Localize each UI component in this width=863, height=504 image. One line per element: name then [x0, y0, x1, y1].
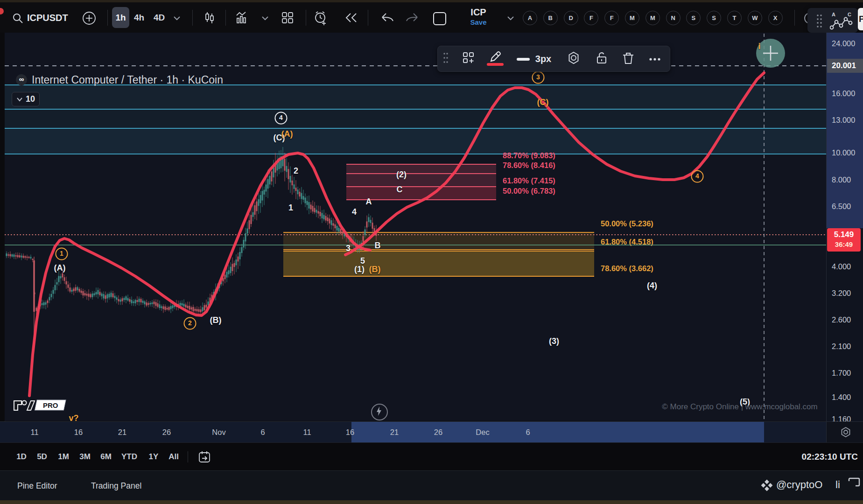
wave-label[interactable]: 3 [532, 71, 545, 84]
indicators-chevron-icon[interactable] [261, 15, 269, 21]
time-axis[interactable]: 11162126Nov611162126Dec6 [0, 421, 826, 442]
cursor-tool-overlay: A C [807, 8, 858, 33]
save-layout-button[interactable]: ICP Save [462, 7, 495, 26]
range-1D[interactable]: 1D [16, 452, 27, 462]
quick-symbol-X-12[interactable]: X [768, 11, 783, 25]
quick-symbol-T-10[interactable]: T [727, 11, 742, 25]
wave-label[interactable]: 4 [691, 170, 704, 183]
layout-grid-icon[interactable] [281, 11, 294, 24]
countdown: 36:49 [827, 240, 861, 248]
wave-pattern-icon[interactable] [830, 16, 854, 30]
range-All[interactable]: All [168, 452, 179, 462]
wave-label[interactable]: (3) [549, 336, 559, 346]
chart-pane[interactable]: 88.70% (9.083)78.60% (8.416)61.80% (7.41… [5, 33, 826, 421]
quick-symbol-S-8[interactable]: S [686, 11, 701, 25]
publish-button-partial[interactable]: P [858, 8, 863, 30]
wave-label[interactable]: (2) [396, 170, 407, 180]
line-width-label[interactable]: 3px [535, 54, 551, 64]
quick-symbol-B-1[interactable]: B [543, 11, 558, 25]
quick-symbol-N-7[interactable]: N [666, 11, 681, 25]
clock-utc[interactable]: 02:23:10 UTC [802, 452, 858, 462]
wave-label[interactable]: B [375, 241, 381, 251]
wave-label[interactable]: v? [69, 413, 78, 421]
axis-settings-corner[interactable] [826, 421, 863, 442]
range-1M[interactable]: 1M [58, 452, 69, 462]
undo-icon[interactable] [380, 13, 394, 23]
settings-hexagon-icon[interactable] [567, 51, 581, 67]
wave-label[interactable]: i [758, 42, 760, 51]
wave-label[interactable]: C [397, 185, 403, 195]
wave-label[interactable]: (4) [647, 281, 657, 291]
time-tick: 11 [303, 428, 311, 437]
quick-symbol-F-4[interactable]: F [604, 11, 619, 25]
go-to-date-icon[interactable] [198, 450, 211, 463]
pencil-color-icon[interactable] [488, 50, 502, 66]
delete-icon[interactable] [622, 51, 634, 66]
compare-add-icon[interactable] [82, 11, 96, 25]
timeframe-menu-chevron-icon[interactable] [173, 15, 181, 21]
range-5D[interactable]: 5D [37, 452, 47, 462]
chart-legend[interactable]: ∞ Internet Computer / Tether · 1h · KuCo… [16, 73, 223, 87]
range-1Y[interactable]: 1Y [149, 452, 159, 462]
candles-and-waves [5, 33, 826, 421]
wave-label[interactable]: (C) [537, 98, 549, 107]
redo-icon[interactable] [405, 13, 419, 23]
quick-symbol-S-9[interactable]: S [707, 11, 721, 25]
quick-symbol-W-11[interactable]: W [748, 11, 762, 25]
range-YTD[interactable]: YTD [121, 452, 137, 462]
range-3M[interactable]: 3M [79, 452, 91, 462]
price-tick: 8.000 [832, 175, 851, 184]
wave-label[interactable]: 1 [56, 248, 68, 260]
wave-label[interactable]: A [366, 197, 372, 207]
wave-label[interactable]: 4 [352, 207, 357, 217]
top-toolbar: ICPUSDT 1h 4h 4D [0, 2, 863, 33]
quick-symbol-A-0[interactable]: A [523, 11, 537, 25]
tradingview-pro-logo[interactable]: PRO [13, 398, 69, 413]
wave-label[interactable]: (B) [369, 265, 381, 274]
indicator-value-box[interactable]: 10 [12, 92, 40, 106]
wave-label[interactable]: 2 [294, 166, 298, 176]
wave-label[interactable]: 1 [288, 203, 293, 213]
toolbar-drag-handle[interactable] [443, 52, 449, 66]
replay-icon[interactable] [344, 13, 358, 23]
wave-label[interactable]: 2 [184, 317, 196, 330]
timeframe-4h[interactable]: 4h [134, 13, 144, 23]
bottom-range-bar: 1D5D1M3M6MYTD1YAll 02:23:10 UTC [0, 442, 863, 471]
time-tick: 16 [74, 428, 83, 437]
wave-label[interactable]: (1) [354, 265, 365, 274]
wave-label[interactable]: (B) [210, 315, 222, 325]
wave-label[interactable]: 3 [346, 244, 351, 253]
layout-name: ICP [462, 7, 495, 18]
quick-symbol-M-5[interactable]: M [625, 11, 639, 25]
quick-symbol-D-2[interactable]: D [564, 11, 578, 25]
lock-icon[interactable] [596, 51, 608, 66]
more-options-icon[interactable] [649, 55, 661, 63]
timeframe-1h-selected[interactable]: 1h [112, 7, 129, 28]
timeframe-4d[interactable]: 4D [154, 13, 165, 23]
wave-label[interactable]: (A) [281, 129, 293, 139]
time-tick: 6 [260, 428, 265, 437]
wave-label[interactable]: 4 [275, 112, 288, 125]
wave-label[interactable]: (A) [54, 263, 66, 273]
quick-symbol-M-6[interactable]: M [645, 11, 660, 25]
price-tick: 6.500 [832, 202, 851, 211]
drag-dots-icon[interactable] [816, 14, 822, 28]
search-icon[interactable] [12, 13, 23, 24]
line-style-icon[interactable] [516, 55, 530, 63]
tab-pine-editor[interactable]: Pine Editor [17, 481, 57, 491]
price-scale[interactable]: 24.00016.00013.00010.0008.0006.5004.0003… [826, 33, 863, 421]
save-menu-chevron-icon[interactable] [506, 15, 515, 21]
quick-symbol-F-3[interactable]: F [584, 11, 598, 25]
indicators-icon[interactable] [236, 12, 250, 24]
template-icon[interactable] [463, 52, 475, 66]
watermark-handle-2: li [835, 479, 840, 491]
snapshot-square-icon[interactable] [432, 11, 448, 27]
gear-icon[interactable] [840, 426, 852, 438]
range-6M[interactable]: 6M [100, 452, 112, 462]
tab-trading-panel[interactable]: Trading Panel [91, 481, 141, 491]
chart-title[interactable]: Internet Computer / Tether · 1h · KuCoin [32, 74, 223, 86]
alert-icon[interactable] [314, 11, 328, 25]
chart-style-candles-icon[interactable] [203, 12, 216, 24]
lightning-button[interactable] [371, 404, 388, 420]
symbol-search-button[interactable]: ICPUSDT [27, 13, 68, 23]
